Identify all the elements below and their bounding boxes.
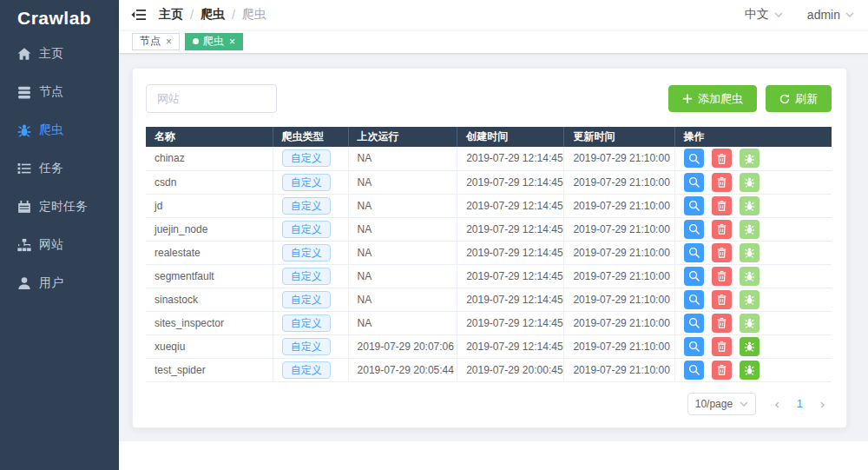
run-spider-button[interactable] — [740, 361, 760, 380]
actions-cell — [674, 170, 832, 194]
view-spider-button[interactable] — [684, 173, 704, 192]
run-bug-icon — [744, 270, 755, 281]
run-spider-button[interactable] — [740, 314, 760, 333]
add-spider-button[interactable]: 添加爬虫 — [668, 85, 757, 112]
sidebar-item-sites[interactable]: 网站 — [0, 226, 119, 264]
sidebar-item-nodes[interactable]: 节点 — [0, 73, 119, 111]
tab-spiders[interactable]: 爬虫 × — [185, 33, 243, 50]
user-menu[interactable]: admin — [807, 8, 854, 22]
delete-spider-button[interactable] — [712, 173, 732, 192]
breadcrumb-home[interactable]: 主页 — [159, 7, 183, 23]
spider-type-tag: 自定义 — [282, 244, 331, 261]
run-spider-button[interactable] — [740, 267, 760, 286]
spider-type-tag: 自定义 — [282, 361, 331, 379]
refresh-icon — [779, 94, 790, 104]
home-icon — [17, 47, 31, 61]
plus-icon — [682, 94, 693, 104]
run-spider-button[interactable] — [740, 290, 760, 309]
view-spider-button[interactable] — [684, 267, 704, 286]
run-spider-button[interactable] — [740, 149, 760, 168]
table-body: chinaz 自定义 NA 2019-07-29 12:14:45 2019-0… — [146, 147, 832, 381]
toolbar-buttons: 添加爬虫 刷新 — [668, 85, 832, 112]
delete-spider-button[interactable] — [712, 243, 732, 262]
spider-type-cell: 自定义 — [273, 311, 348, 334]
create-time-cell: 2019-07-29 12:14:45 — [457, 194, 564, 217]
view-spider-button[interactable] — [684, 220, 704, 239]
run-spider-button[interactable] — [740, 337, 760, 356]
sidebar: Crawlab 主页 节点 爬虫 — [0, 0, 119, 470]
view-spider-button[interactable] — [684, 196, 704, 215]
sidebar-item-label: 网站 — [39, 237, 63, 253]
sidebar-item-schedules[interactable]: 定时任务 — [0, 188, 119, 226]
spider-type-tag: 自定义 — [282, 174, 331, 191]
sidebar-item-tasks[interactable]: 任务 — [0, 149, 119, 188]
sidebar-item-home[interactable]: 主页 — [0, 35, 119, 73]
create-time-cell: 2019-07-29 12:14:45 — [457, 311, 564, 334]
delete-spider-button[interactable] — [712, 220, 732, 239]
actions-cell — [674, 264, 832, 288]
sidebar-item-spiders[interactable]: 爬虫 — [0, 111, 119, 149]
nodes-icon — [17, 85, 31, 99]
fold-sidebar-icon[interactable] — [131, 9, 147, 21]
current-page[interactable]: 1 — [790, 397, 810, 410]
view-spider-button[interactable] — [684, 361, 704, 380]
tasks-list-icon — [17, 162, 31, 175]
delete-trash-icon — [716, 317, 727, 328]
sidebar-item-label: 主页 — [39, 46, 63, 62]
column-header-update-time: 更新时间 — [564, 127, 674, 147]
update-time-cell: 2019-07-29 21:10:00 — [564, 194, 674, 217]
update-time-cell: 2019-07-29 21:10:00 — [564, 217, 674, 241]
tab-nodes[interactable]: 节点 × — [132, 33, 180, 50]
update-time-cell: 2019-07-29 21:10:00 — [564, 311, 674, 334]
delete-spider-button[interactable] — [712, 337, 732, 356]
refresh-button[interactable]: 刷新 — [766, 85, 832, 112]
view-magnifier-icon — [688, 223, 700, 235]
view-spider-button[interactable] — [684, 243, 704, 262]
delete-spider-button[interactable] — [712, 149, 732, 168]
sidebar-item-users[interactable]: 用户 — [0, 264, 119, 302]
delete-spider-button[interactable] — [712, 290, 732, 309]
table-row: test_spider 自定义 2019-07-29 20:05:44 2019… — [146, 358, 832, 381]
close-icon[interactable]: × — [166, 36, 172, 47]
add-spider-label: 添加爬虫 — [698, 91, 743, 107]
sidebar-item-label: 爬虫 — [39, 122, 63, 138]
spider-list-card: 添加爬虫 刷新 名称 — [132, 68, 847, 428]
table-row: sites_inspector 自定义 NA 2019-07-29 12:14:… — [146, 311, 832, 334]
run-spider-button[interactable] — [740, 173, 760, 192]
spider-type-tag: 自定义 — [282, 221, 331, 238]
spider-name-cell: csdn — [146, 170, 273, 194]
delete-trash-icon — [716, 341, 727, 352]
delete-spider-button[interactable] — [712, 361, 732, 380]
view-spider-button[interactable] — [684, 290, 704, 309]
main-area: 主页 / 爬虫 / 爬虫 中文 admin 节点 × — [119, 0, 868, 470]
view-spider-button[interactable] — [684, 337, 704, 356]
view-spider-button[interactable] — [684, 149, 704, 168]
active-dot-icon — [193, 38, 199, 44]
search-input[interactable] — [146, 84, 277, 113]
close-icon[interactable]: × — [229, 36, 235, 47]
user-icon — [17, 276, 31, 290]
prev-page-button[interactable]: ‹ — [768, 396, 786, 411]
create-time-cell: 2019-07-29 12:14:45 — [457, 288, 564, 311]
run-spider-button[interactable] — [740, 220, 760, 239]
view-spider-button[interactable] — [684, 314, 704, 333]
spider-name-cell: jd — [146, 194, 273, 217]
delete-spider-button[interactable] — [712, 196, 732, 215]
language-selector[interactable]: 中文 — [745, 7, 783, 23]
create-time-cell: 2019-07-29 12:14:45 — [457, 241, 564, 264]
table-row: csdn 自定义 NA 2019-07-29 12:14:45 2019-07-… — [146, 170, 832, 194]
next-page-button[interactable]: › — [813, 396, 832, 411]
run-spider-button[interactable] — [740, 196, 760, 215]
run-bug-icon — [744, 223, 755, 235]
navbar-right: 中文 admin — [745, 7, 854, 23]
delete-spider-button[interactable] — [712, 314, 732, 333]
page-size-select[interactable]: 10/page — [687, 393, 756, 415]
actions-cell — [674, 241, 832, 264]
table-row: realestate 自定义 NA 2019-07-29 12:14:45 20… — [146, 241, 832, 264]
delete-spider-button[interactable] — [712, 267, 732, 286]
breadcrumb-spiders[interactable]: 爬虫 — [201, 7, 225, 23]
spider-name-cell: test_spider — [146, 358, 273, 381]
run-bug-icon — [744, 200, 755, 211]
run-spider-button[interactable] — [740, 243, 760, 262]
app-logo: Crawlab — [0, 0, 119, 35]
